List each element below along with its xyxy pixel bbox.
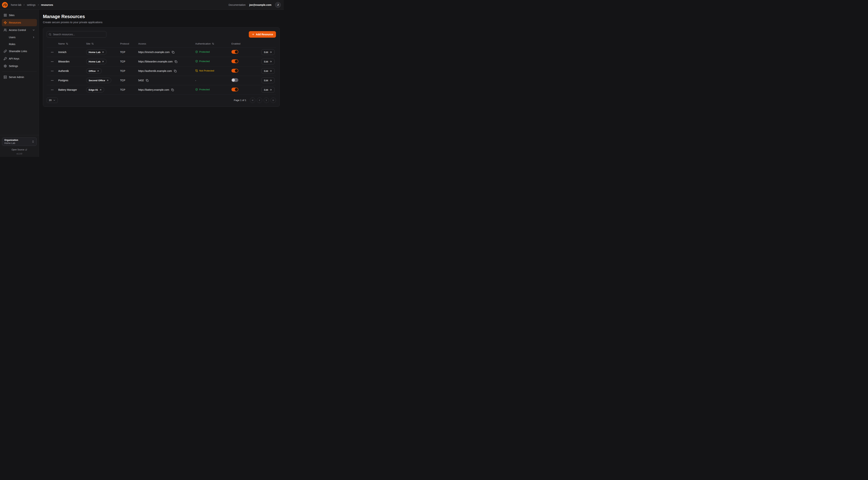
enabled-toggle[interactable] <box>231 59 238 63</box>
enabled-toggle[interactable] <box>231 69 238 72</box>
user-email[interactable]: joe@example.com <box>249 3 272 6</box>
open-source-link[interactable]: Open Source <box>2 148 37 151</box>
access-value: https://immich.example.com <box>138 51 170 54</box>
enabled-toggle[interactable] <box>231 78 238 82</box>
external-link-icon <box>99 89 102 91</box>
resource-name: Bitwarden <box>58 60 69 63</box>
row-menu-button[interactable] <box>50 78 55 83</box>
header-enabled: Enabled <box>231 42 241 45</box>
chevron-right-icon <box>37 4 40 6</box>
row-menu-button[interactable] <box>50 88 55 92</box>
sort-icon[interactable] <box>66 42 68 45</box>
chevron-right-icon <box>23 4 25 6</box>
enabled-toggle[interactable] <box>231 88 238 91</box>
auth-badge: Protected <box>195 60 210 63</box>
page-size-select[interactable]: 20 <box>47 97 58 103</box>
breadcrumb: home-lab settings resources <box>11 3 53 6</box>
main-content: Manage Resources Create secure proxies t… <box>39 10 284 157</box>
sidebar-item-roles[interactable]: Roles <box>2 41 37 48</box>
next-page-button[interactable] <box>264 97 269 103</box>
sort-icon[interactable] <box>212 42 214 45</box>
prev-page-button[interactable] <box>257 97 262 103</box>
header-site: Site <box>86 42 90 45</box>
auth-label: - <box>195 79 196 82</box>
protocol-value: TCP <box>120 88 125 91</box>
table-row: Bitwarden Home Lab TCP https://bitwarden… <box>47 57 276 66</box>
sidebar-item-api-keys[interactable]: API Keys <box>2 55 37 62</box>
app-root: home-lab settings resources Documentatio… <box>0 0 284 157</box>
topbar: home-lab settings resources Documentatio… <box>0 0 284 10</box>
organization-label: Organization <box>4 139 18 141</box>
shield-check-icon <box>195 51 198 53</box>
edit-button[interactable]: Edit <box>261 78 275 83</box>
waypoints-icon <box>4 21 7 24</box>
sidebar-item-sites[interactable]: Sites <box>2 11 37 19</box>
edit-button[interactable]: Edit <box>261 59 275 64</box>
external-link-icon <box>25 149 27 151</box>
sidebar-item-users[interactable]: Users <box>2 34 37 40</box>
page-subtitle: Create secure proxies to your private ap… <box>43 21 280 24</box>
auth-badge: Protected <box>195 51 210 53</box>
breadcrumb-home-lab[interactable]: home-lab <box>11 3 21 6</box>
copy-button[interactable] <box>171 88 174 92</box>
site-link-button[interactable]: Home Lab <box>86 59 106 64</box>
site-link-button[interactable]: Home Lab <box>86 50 106 55</box>
sidebar-item-access-control[interactable]: Access Control <box>2 26 37 34</box>
search-icon <box>49 33 52 36</box>
copy-button[interactable] <box>174 69 177 73</box>
table-row: Postgres Second Office TCP 5432 <box>47 76 276 85</box>
sidebar-divider <box>2 71 36 72</box>
gear-icon <box>4 64 7 68</box>
site-link-button[interactable]: Edge 01 <box>86 87 104 92</box>
sidebar-item-shareable-links[interactable]: Shareable Links <box>2 48 37 55</box>
arrow-right-icon <box>270 51 272 53</box>
last-page-button[interactable] <box>271 97 276 103</box>
row-menu-button[interactable] <box>50 59 55 64</box>
edit-button[interactable]: Edit <box>261 68 275 74</box>
site-link-button[interactable]: Office <box>86 68 102 74</box>
sidebar-item-server-admin[interactable]: Server Admin <box>2 73 37 81</box>
row-menu-button[interactable] <box>50 69 55 73</box>
plus-icon <box>252 33 255 36</box>
auth-label: Protected <box>199 60 210 63</box>
auth-badge: Protected <box>195 88 210 91</box>
breadcrumb-settings[interactable]: settings <box>27 3 35 6</box>
app-logo[interactable] <box>2 2 8 8</box>
avatar[interactable]: J <box>275 2 281 8</box>
copy-icon <box>175 60 177 63</box>
access-value: https://authentik.example.com <box>138 69 172 72</box>
auth-badge: Not Protected <box>195 69 214 72</box>
auth-label: Protected <box>199 88 210 91</box>
sort-icon[interactable] <box>91 42 94 45</box>
sidebar-item-resources[interactable]: Resources <box>2 19 37 26</box>
auth-badge: - <box>195 79 196 82</box>
protocol-value: TCP <box>120 79 125 82</box>
table-row: Authentik Office TCP https://authentik.e… <box>47 66 276 76</box>
topbar-right: Documentation joe@example.com J <box>228 2 281 8</box>
table-row: Immich Home Lab TCP https://immich.examp… <box>47 48 276 57</box>
edit-button[interactable]: Edit <box>261 87 275 93</box>
resource-name: Postgres <box>58 79 68 82</box>
toggle-knob <box>235 69 238 72</box>
sidebar-item-settings[interactable]: Settings <box>2 62 37 70</box>
copy-icon <box>146 79 149 82</box>
external-link-icon <box>102 51 104 53</box>
access-value: 5432 <box>138 79 144 82</box>
search-input[interactable] <box>47 31 106 38</box>
documentation-link[interactable]: Documentation <box>228 3 246 6</box>
copy-button[interactable] <box>172 51 175 54</box>
resource-table-body: Immich Home Lab TCP https://immich.examp… <box>47 48 276 94</box>
organization-selector[interactable]: Organization Home Lab <box>2 138 37 146</box>
add-resource-button[interactable]: Add Resource <box>249 31 276 38</box>
enabled-toggle[interactable] <box>231 50 238 54</box>
row-menu-button[interactable] <box>50 50 55 55</box>
edit-button[interactable]: Edit <box>261 49 275 55</box>
copy-icon <box>172 51 175 54</box>
card-footer: 20 Page 1 of 1 <box>47 97 276 103</box>
breadcrumb-resources: resources <box>41 3 53 6</box>
resource-name: Battery Manager <box>58 88 77 91</box>
copy-button[interactable] <box>146 79 149 82</box>
first-page-button[interactable] <box>250 97 255 103</box>
copy-button[interactable] <box>174 60 178 63</box>
site-link-button[interactable]: Second Office <box>86 78 111 83</box>
